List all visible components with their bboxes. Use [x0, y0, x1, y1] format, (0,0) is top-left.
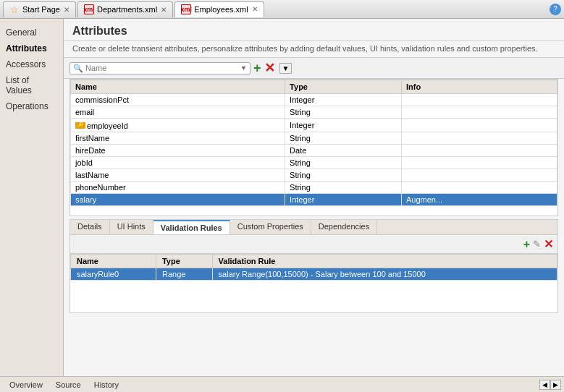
- search-dropdown-icon[interactable]: ▼: [240, 64, 247, 72]
- content-area: Attributes Create or delete transient at…: [64, 19, 564, 392]
- tab-departments-label: Departments.xml: [97, 5, 157, 14]
- attr-type-cell: Integer: [285, 119, 402, 132]
- departments-xml-icon: xml: [84, 4, 94, 14]
- col-header-name: Name: [71, 80, 285, 94]
- table-row[interactable]: firstNameString: [71, 132, 557, 144]
- validation-table: Name Type Validation Rule salaryRule0Ran…: [70, 254, 557, 281]
- attributes-table-wrap[interactable]: Name Type Info commissionPctIntegeremail…: [70, 79, 558, 216]
- val-col-rule: Validation Rule: [212, 255, 557, 268]
- sidebar-item-list-of-values[interactable]: List of Values: [0, 72, 63, 98]
- table-row[interactable]: salaryIntegerAugmen...: [71, 193, 557, 205]
- tab-start-page[interactable]: ☆ Start Page ✕: [3, 1, 76, 17]
- val-col-type: Type: [156, 255, 212, 268]
- table-row[interactable]: phoneNumberString: [71, 181, 557, 193]
- attr-type-cell: String: [285, 106, 402, 119]
- attr-name-cell: hireDate: [71, 144, 285, 156]
- attr-info-cell: [401, 106, 557, 119]
- attr-info-cell: [401, 94, 557, 106]
- attr-name-cell: email: [71, 106, 285, 119]
- table-row[interactable]: 🔑 employeeIdInteger: [71, 119, 557, 132]
- bottom-panel: Details UI Hints Validation Rules Custom…: [70, 219, 558, 313]
- val-table-row[interactable]: salaryRule0Rangesalary Range(100,15000) …: [71, 268, 557, 281]
- attributes-table: Name Type Info commissionPctIntegeremail…: [70, 80, 557, 206]
- attr-type-cell: String: [285, 156, 402, 169]
- remove-attribute-button[interactable]: ✕: [264, 61, 275, 74]
- val-col-name: Name: [71, 255, 156, 268]
- edit-rule-button[interactable]: ✎: [533, 239, 541, 250]
- attr-info-cell: [401, 144, 557, 156]
- search-input[interactable]: [85, 64, 240, 72]
- table-row[interactable]: hireDateDate: [71, 144, 557, 156]
- col-header-type: Type: [285, 80, 402, 94]
- tab-employees-label: Employees.xml: [194, 5, 248, 14]
- add-attribute-button[interactable]: +: [253, 61, 261, 74]
- attr-info-cell: [401, 181, 557, 193]
- attr-name-cell: salary: [71, 193, 285, 205]
- start-page-icon: ☆: [9, 4, 20, 14]
- tab-departments[interactable]: xml Departments.xml ✕: [77, 1, 173, 17]
- attr-info-cell: [401, 169, 557, 181]
- attributes-description: Create or delete transient attributes, p…: [64, 41, 564, 58]
- status-nav: ◀ ▶: [539, 380, 561, 390]
- table-row[interactable]: emailString: [71, 106, 557, 119]
- tab-employees-close[interactable]: ✕: [252, 5, 258, 13]
- nav-right-button[interactable]: ▶: [550, 380, 561, 390]
- search-icon: 🔍: [73, 64, 83, 73]
- tab-start-close[interactable]: ✕: [64, 6, 70, 14]
- val-type-cell: Range: [156, 268, 212, 281]
- tab-ui-hints[interactable]: UI Hints: [110, 220, 153, 234]
- tab-employees[interactable]: xml Employees.xml ✕: [174, 1, 264, 17]
- attr-info-cell: Augmen...: [401, 193, 557, 205]
- tab-dependencies[interactable]: Dependencies: [311, 220, 377, 234]
- table-options-button[interactable]: ▼: [279, 63, 292, 74]
- search-input-wrap: 🔍 ▼: [70, 62, 251, 74]
- attr-type-cell: String: [285, 132, 402, 144]
- status-tab-source[interactable]: Source: [49, 378, 88, 391]
- main-layout: General Attributes Accessors List of Val…: [0, 19, 564, 392]
- panel-tabs: Details UI Hints Validation Rules Custom…: [70, 220, 557, 235]
- title-bar: ☆ Start Page ✕ xml Departments.xml ✕ xml…: [0, 0, 564, 19]
- sidebar-item-operations[interactable]: Operations: [0, 98, 63, 114]
- tab-departments-close[interactable]: ✕: [161, 6, 167, 14]
- table-row[interactable]: lastNameString: [71, 169, 557, 181]
- attr-info-cell: [401, 119, 557, 132]
- attr-name-cell: 🔑 employeeId: [71, 119, 285, 132]
- tab-start-label: Start Page: [22, 5, 60, 14]
- tab-validation-rules[interactable]: Validation Rules: [153, 220, 230, 234]
- sidebar-item-general[interactable]: General: [0, 25, 63, 41]
- attr-name-cell: jobId: [71, 156, 285, 169]
- attr-name-cell: phoneNumber: [71, 181, 285, 193]
- attr-info-cell: [401, 132, 557, 144]
- add-rule-button[interactable]: +: [523, 238, 530, 251]
- validation-table-wrap[interactable]: Name Type Validation Rule salaryRule0Ran…: [70, 254, 557, 312]
- remove-rule-button[interactable]: ✕: [544, 237, 553, 251]
- attr-type-cell: String: [285, 181, 402, 193]
- nav-left-button[interactable]: ◀: [539, 380, 550, 390]
- col-header-info: Info: [401, 80, 557, 94]
- table-row[interactable]: commissionPctInteger: [71, 94, 557, 106]
- attr-type-cell: Date: [285, 144, 402, 156]
- sidebar-item-accessors[interactable]: Accessors: [0, 56, 63, 72]
- attr-type-cell: Integer: [285, 94, 402, 106]
- employees-xml-icon: xml: [181, 4, 191, 14]
- attr-name-cell: firstName: [71, 132, 285, 144]
- search-toolbar: 🔍 ▼ + ✕ ▼: [64, 58, 564, 79]
- status-bar: Overview Source History ◀ ▶: [0, 376, 564, 392]
- tab-custom-properties[interactable]: Custom Properties: [230, 220, 311, 234]
- attr-info-cell: [401, 156, 557, 169]
- attr-type-cell: String: [285, 169, 402, 181]
- sidebar: General Attributes Accessors List of Val…: [0, 19, 64, 392]
- status-tab-overview[interactable]: Overview: [3, 378, 49, 391]
- attr-type-cell: Integer: [285, 193, 402, 205]
- help-button[interactable]: ?: [550, 4, 561, 15]
- val-rule-cell: salary Range(100,15000) - Salary between…: [212, 268, 557, 281]
- sidebar-item-attributes[interactable]: Attributes: [0, 41, 63, 56]
- val-name-cell: salaryRule0: [71, 268, 156, 281]
- attr-name-cell: lastName: [71, 169, 285, 181]
- attributes-title: Attributes: [64, 19, 564, 41]
- tab-details[interactable]: Details: [70, 220, 110, 234]
- table-row[interactable]: jobIdString: [71, 156, 557, 169]
- attr-name-cell: commissionPct: [71, 94, 285, 106]
- validation-toolbar: + ✎ ✕: [70, 235, 557, 254]
- status-tab-history[interactable]: History: [88, 378, 125, 391]
